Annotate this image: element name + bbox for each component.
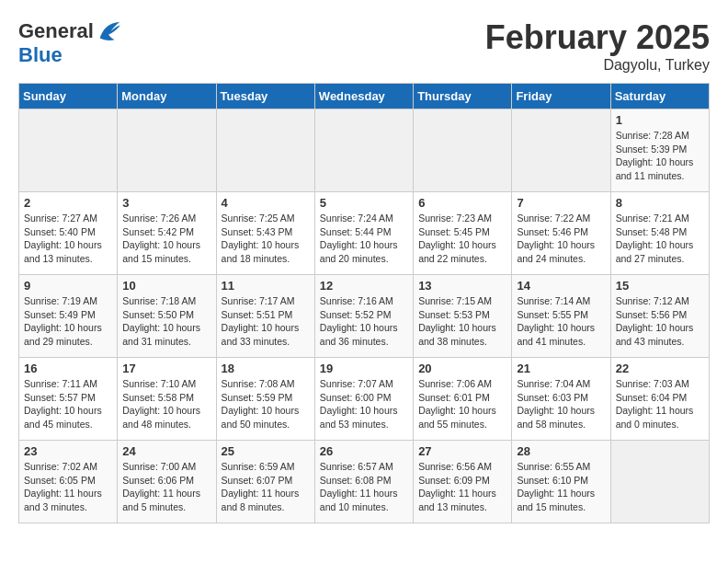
day-number: 10 — [122, 279, 210, 293]
calendar-cell: 25Sunrise: 6:59 AM Sunset: 6:07 PM Dayli… — [216, 441, 314, 523]
day-info: Sunrise: 7:04 AM Sunset: 6:03 PM Dayligh… — [517, 377, 605, 431]
day-number: 24 — [122, 444, 210, 458]
day-number: 17 — [122, 362, 210, 375]
day-info: Sunrise: 7:16 AM Sunset: 5:52 PM Dayligh… — [320, 294, 408, 349]
calendar-cell: 5Sunrise: 7:24 AM Sunset: 5:44 PM Daylig… — [314, 192, 413, 275]
day-number: 5 — [320, 196, 408, 210]
week-row: 23Sunrise: 7:02 AM Sunset: 6:05 PM Dayli… — [19, 441, 710, 523]
calendar-cell: 13Sunrise: 7:15 AM Sunset: 5:53 PM Dayli… — [414, 275, 512, 358]
calendar-cell — [610, 441, 709, 523]
day-info: Sunrise: 6:56 AM Sunset: 6:09 PM Dayligh… — [418, 460, 506, 514]
title-block: February 2025 Dagyolu, Turkey — [485, 18, 710, 74]
day-info: Sunrise: 7:10 AM Sunset: 5:58 PM Dayligh… — [122, 377, 210, 431]
day-number: 4 — [222, 196, 310, 210]
day-header-monday: Monday — [118, 84, 216, 109]
day-info: Sunrise: 6:59 AM Sunset: 6:07 PM Dayligh… — [222, 460, 310, 514]
day-header-friday: Friday — [512, 84, 610, 109]
logo-general: General — [18, 19, 94, 42]
day-info: Sunrise: 7:27 AM Sunset: 5:40 PM Dayligh… — [24, 212, 112, 266]
day-number: 27 — [418, 444, 506, 458]
week-row: 1Sunrise: 7:28 AM Sunset: 5:39 PM Daylig… — [19, 109, 710, 192]
calendar-cell: 2Sunrise: 7:27 AM Sunset: 5:40 PM Daylig… — [19, 192, 118, 275]
day-number: 9 — [24, 279, 112, 293]
day-info: Sunrise: 6:57 AM Sunset: 6:08 PM Dayligh… — [320, 460, 408, 514]
calendar-cell: 9Sunrise: 7:19 AM Sunset: 5:49 PM Daylig… — [19, 275, 118, 358]
day-info: Sunrise: 7:08 AM Sunset: 5:59 PM Dayligh… — [222, 377, 310, 431]
day-number: 16 — [24, 362, 112, 375]
logo-blue: Blue — [18, 43, 63, 66]
calendar-cell: 27Sunrise: 6:56 AM Sunset: 6:09 PM Dayli… — [414, 441, 512, 523]
day-number: 26 — [320, 444, 408, 458]
calendar-cell: 4Sunrise: 7:25 AM Sunset: 5:43 PM Daylig… — [216, 192, 314, 275]
day-info: Sunrise: 7:22 AM Sunset: 5:46 PM Dayligh… — [517, 212, 605, 266]
header: General Blue February 2025 Dagyolu, Turk… — [18, 18, 710, 74]
day-header-tuesday: Tuesday — [216, 84, 314, 109]
calendar-cell — [314, 109, 413, 192]
location: Dagyolu, Turkey — [485, 57, 710, 74]
day-info: Sunrise: 7:18 AM Sunset: 5:50 PM Dayligh… — [122, 294, 210, 349]
calendar-cell — [118, 109, 216, 192]
calendar-cell: 8Sunrise: 7:21 AM Sunset: 5:48 PM Daylig… — [610, 192, 709, 275]
day-number: 6 — [418, 196, 506, 210]
day-number: 18 — [222, 362, 310, 375]
calendar-cell: 19Sunrise: 7:07 AM Sunset: 6:00 PM Dayli… — [314, 358, 413, 441]
calendar-cell: 7Sunrise: 7:22 AM Sunset: 5:46 PM Daylig… — [512, 192, 610, 275]
calendar-cell: 1Sunrise: 7:28 AM Sunset: 5:39 PM Daylig… — [610, 109, 709, 192]
calendar-cell — [19, 109, 118, 192]
calendar-cell: 14Sunrise: 7:14 AM Sunset: 5:55 PM Dayli… — [512, 275, 610, 358]
week-row: 16Sunrise: 7:11 AM Sunset: 5:57 PM Dayli… — [19, 358, 710, 441]
day-info: Sunrise: 7:23 AM Sunset: 5:45 PM Dayligh… — [418, 212, 506, 266]
day-number: 3 — [122, 196, 210, 210]
day-number: 28 — [517, 444, 605, 458]
month-title: February 2025 — [485, 18, 710, 57]
calendar-cell: 11Sunrise: 7:17 AM Sunset: 5:51 PM Dayli… — [216, 275, 314, 358]
day-info: Sunrise: 7:21 AM Sunset: 5:48 PM Dayligh… — [616, 212, 704, 266]
calendar-cell: 28Sunrise: 6:55 AM Sunset: 6:10 PM Dayli… — [512, 441, 610, 523]
day-info: Sunrise: 7:19 AM Sunset: 5:49 PM Dayligh… — [24, 294, 112, 349]
day-header-thursday: Thursday — [414, 84, 512, 109]
calendar-cell: 24Sunrise: 7:00 AM Sunset: 6:06 PM Dayli… — [118, 441, 216, 523]
header-row: SundayMondayTuesdayWednesdayThursdayFrid… — [19, 84, 710, 109]
day-header-saturday: Saturday — [610, 84, 709, 109]
day-number: 8 — [616, 196, 704, 210]
day-number: 21 — [517, 362, 605, 375]
calendar-table: SundayMondayTuesdayWednesdayThursdayFrid… — [18, 83, 710, 523]
day-header-wednesday: Wednesday — [314, 84, 413, 109]
day-info: Sunrise: 7:24 AM Sunset: 5:44 PM Dayligh… — [320, 212, 408, 266]
day-info: Sunrise: 7:03 AM Sunset: 6:04 PM Dayligh… — [616, 377, 704, 431]
calendar-cell: 16Sunrise: 7:11 AM Sunset: 5:57 PM Dayli… — [19, 358, 118, 441]
day-info: Sunrise: 7:07 AM Sunset: 6:00 PM Dayligh… — [320, 377, 408, 431]
day-number: 19 — [320, 362, 408, 375]
day-info: Sunrise: 7:17 AM Sunset: 5:51 PM Dayligh… — [222, 294, 310, 349]
week-row: 2Sunrise: 7:27 AM Sunset: 5:40 PM Daylig… — [19, 192, 710, 275]
calendar-cell: 21Sunrise: 7:04 AM Sunset: 6:03 PM Dayli… — [512, 358, 610, 441]
day-info: Sunrise: 7:02 AM Sunset: 6:05 PM Dayligh… — [24, 460, 112, 514]
calendar-cell: 17Sunrise: 7:10 AM Sunset: 5:58 PM Dayli… — [118, 358, 216, 441]
calendar-cell — [414, 109, 512, 192]
day-info: Sunrise: 7:25 AM Sunset: 5:43 PM Dayligh… — [222, 212, 310, 266]
day-number: 1 — [616, 113, 704, 127]
day-number: 7 — [517, 196, 605, 210]
day-info: Sunrise: 7:15 AM Sunset: 5:53 PM Dayligh… — [418, 294, 506, 349]
day-info: Sunrise: 7:14 AM Sunset: 5:55 PM Dayligh… — [517, 294, 605, 349]
week-row: 9Sunrise: 7:19 AM Sunset: 5:49 PM Daylig… — [19, 275, 710, 358]
logo: General Blue — [18, 18, 121, 66]
day-number: 14 — [517, 279, 605, 293]
logo-bird-icon — [96, 18, 121, 44]
day-number: 13 — [418, 279, 506, 293]
calendar-cell: 22Sunrise: 7:03 AM Sunset: 6:04 PM Dayli… — [610, 358, 709, 441]
day-number: 11 — [222, 279, 310, 293]
day-number: 12 — [320, 279, 408, 293]
day-info: Sunrise: 7:12 AM Sunset: 5:56 PM Dayligh… — [616, 294, 704, 349]
day-number: 15 — [616, 279, 704, 293]
day-number: 20 — [418, 362, 506, 375]
day-info: Sunrise: 7:26 AM Sunset: 5:42 PM Dayligh… — [122, 212, 210, 266]
calendar-cell — [216, 109, 314, 192]
calendar-cell: 3Sunrise: 7:26 AM Sunset: 5:42 PM Daylig… — [118, 192, 216, 275]
day-info: Sunrise: 6:55 AM Sunset: 6:10 PM Dayligh… — [517, 460, 605, 514]
day-info: Sunrise: 7:06 AM Sunset: 6:01 PM Dayligh… — [418, 377, 506, 431]
calendar-cell: 6Sunrise: 7:23 AM Sunset: 5:45 PM Daylig… — [414, 192, 512, 275]
calendar-cell — [512, 109, 610, 192]
calendar-cell: 12Sunrise: 7:16 AM Sunset: 5:52 PM Dayli… — [314, 275, 413, 358]
calendar-cell: 15Sunrise: 7:12 AM Sunset: 5:56 PM Dayli… — [610, 275, 709, 358]
